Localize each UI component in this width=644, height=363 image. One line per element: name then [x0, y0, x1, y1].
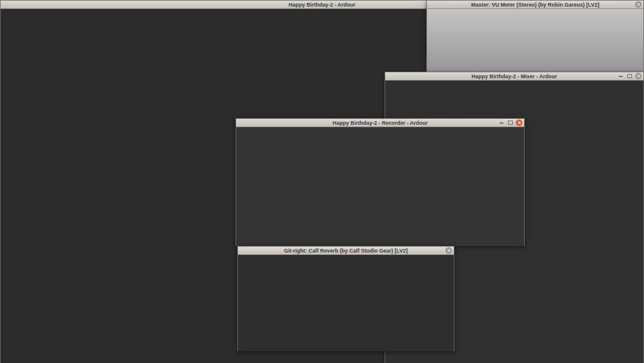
recorder-window-title: Happy Birthday-2 - Recorder - Ardour: [333, 120, 428, 126]
desktop: Happy Birthday-2 - Ardour Master: VU Met…: [0, 0, 644, 363]
mixer-titlebar[interactable]: Happy Birthday-2 - Mixer - Ardour: [385, 72, 643, 81]
close-icon[interactable]: [635, 1, 642, 8]
minimize-icon[interactable]: [498, 119, 504, 126]
maximize-icon[interactable]: [626, 73, 633, 79]
close-icon[interactable]: [635, 73, 642, 79]
calf-window-title: Git-right: Calf Reverb (by Calf Studio G…: [284, 248, 407, 254]
vu-window-title: Master: VU Meter (Stereo) (by Robin Gare…: [471, 2, 599, 8]
calf-titlebar[interactable]: Git-right: Calf Reverb (by Calf Studio G…: [238, 247, 454, 255]
vu-meter-window: Master: VU Meter (Stereo) (by Robin Gare…: [426, 0, 644, 72]
mixer-window-title: Happy Birthday-2 - Mixer - Ardour: [472, 73, 558, 79]
close-icon[interactable]: [445, 247, 452, 254]
minimize-icon[interactable]: [617, 73, 624, 79]
recorder-window: Happy Birthday-2 - Recorder - Ardour: [236, 118, 525, 246]
maximize-icon[interactable]: [507, 119, 513, 126]
vu-titlebar[interactable]: Master: VU Meter (Stereo) (by Robin Gare…: [427, 1, 643, 9]
calf-reverb-window: Git-right: Calf Reverb (by Calf Studio G…: [237, 246, 454, 351]
close-icon[interactable]: [516, 119, 522, 126]
editor-window-title: Happy Birthday-2 - Ardour: [289, 2, 355, 8]
recorder-titlebar[interactable]: Happy Birthday-2 - Recorder - Ardour: [236, 119, 524, 127]
